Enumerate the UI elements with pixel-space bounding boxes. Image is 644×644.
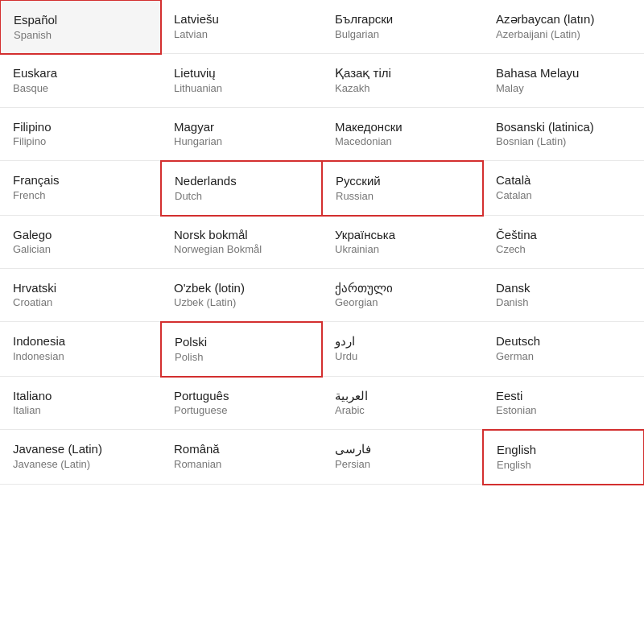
language-item-urdu[interactable]: اردوUrdu [322, 322, 483, 376]
lang-native-name: فارسی [335, 441, 470, 457]
language-item-german[interactable]: DeutschGerman [483, 322, 644, 376]
lang-native-name: Eesti [496, 388, 631, 404]
lang-native-name: Filipino [13, 119, 148, 135]
language-item-lithuanian[interactable]: LietuviųLithuanian [161, 54, 322, 107]
lang-native-name: Bosanski (latinica) [496, 119, 631, 135]
language-item-hungarian[interactable]: MagyarHungarian [161, 108, 322, 161]
lang-native-name: Українська [335, 227, 470, 243]
lang-english-name: Malay [496, 82, 631, 96]
language-item-romanian[interactable]: RomânăRomanian [161, 430, 322, 484]
lang-native-name: Français [13, 172, 148, 188]
lang-native-name: Português [174, 388, 309, 404]
language-item-norwegian-bokm-l[interactable]: Norsk bokmålNorwegian Bokmål [161, 216, 322, 269]
language-item-spanish[interactable]: EspañolSpanish [0, 0, 162, 55]
language-item-kazakh[interactable]: Қазақ тіліKazakh [322, 54, 483, 107]
language-item-czech[interactable]: ČeštinaCzech [483, 216, 644, 269]
language-item-basque[interactable]: EuskaraBasque [0, 54, 161, 107]
lang-native-name: Italiano [13, 388, 148, 404]
lang-native-name: Español [14, 12, 147, 28]
language-item-latvian[interactable]: LatviešuLatvian [161, 0, 322, 54]
lang-english-name: Czech [496, 243, 631, 257]
language-item-malay[interactable]: Bahasa MelayuMalay [483, 54, 644, 107]
lang-native-name: Български [335, 11, 470, 27]
lang-native-name: Română [174, 441, 309, 457]
lang-english-name: Lithuanian [174, 82, 309, 96]
lang-english-name: Norwegian Bokmål [174, 243, 309, 257]
lang-native-name: Русский [336, 173, 469, 189]
lang-native-name: Norsk bokmål [174, 227, 309, 243]
lang-english-name: Croatian [13, 296, 148, 310]
lang-english-name: Italian [13, 404, 148, 418]
language-item-filipino[interactable]: FilipinoFilipino [0, 108, 161, 161]
lang-native-name: Galego [13, 227, 148, 243]
lang-native-name: Javanese (Latin) [13, 441, 148, 457]
language-item-russian[interactable]: РусскийRussian [321, 160, 484, 216]
lang-native-name: Hrvatski [13, 280, 148, 296]
language-item-bulgarian[interactable]: БългарскиBulgarian [322, 0, 483, 54]
lang-english-name: Russian [336, 190, 469, 204]
lang-english-name: Romanian [174, 458, 309, 472]
lang-english-name: Catalan [496, 189, 631, 203]
language-item-estonian[interactable]: EestiEstonian [483, 377, 644, 430]
lang-english-name: Indonesian [13, 350, 148, 364]
lang-english-name: Ukrainian [335, 243, 470, 257]
lang-english-name: Polish [175, 351, 308, 365]
language-item-catalan[interactable]: CatalàCatalan [483, 161, 644, 215]
lang-english-name: Galician [13, 243, 148, 257]
lang-native-name: اردو [335, 333, 470, 349]
lang-english-name: German [496, 350, 631, 364]
lang-native-name: Dansk [496, 280, 631, 296]
lang-native-name: Bahasa Melayu [496, 65, 631, 81]
language-item-croatian[interactable]: HrvatskiCroatian [0, 269, 161, 322]
language-item-french[interactable]: FrançaisFrench [0, 161, 161, 215]
lang-english-name: Portuguese [174, 404, 309, 418]
lang-native-name: Latviešu [174, 11, 309, 27]
lang-native-name: ქართული [335, 280, 470, 296]
lang-native-name: English [497, 442, 630, 458]
lang-english-name: Basque [13, 82, 148, 96]
language-item-javanese--latin-[interactable]: Javanese (Latin)Javanese (Latin) [0, 430, 161, 484]
lang-english-name: Hungarian [174, 135, 309, 149]
language-item-azerbaijani--latin-[interactable]: Azərbaycan (latın)Azerbaijani (Latin) [483, 0, 644, 54]
lang-native-name: Polski [175, 334, 308, 350]
lang-native-name: Magyar [174, 119, 309, 135]
language-item-galician[interactable]: GalegoGalician [0, 216, 161, 269]
lang-english-name: Bulgarian [335, 28, 470, 42]
language-item-georgian[interactable]: ქართულიGeorgian [322, 269, 483, 322]
language-item-danish[interactable]: DanskDanish [483, 269, 644, 322]
language-item-dutch[interactable]: NederlandsDutch [160, 160, 323, 216]
lang-english-name: Filipino [13, 135, 148, 149]
language-item-arabic[interactable]: العربيةArabic [322, 377, 483, 430]
lang-native-name: Azərbaycan (latın) [496, 11, 631, 27]
lang-english-name: Georgian [335, 296, 470, 310]
lang-english-name: Urdu [335, 350, 470, 364]
language-item-indonesian[interactable]: IndonesiaIndonesian [0, 322, 161, 376]
lang-english-name: Danish [496, 296, 631, 310]
language-item-macedonian[interactable]: МакедонскиMacedonian [322, 108, 483, 161]
language-item-bosnian--latin-[interactable]: Bosanski (latinica)Bosnian (Latin) [483, 108, 644, 161]
lang-english-name: Uzbek (Latin) [174, 296, 309, 310]
lang-english-name: Azerbaijani (Latin) [496, 28, 631, 42]
lang-english-name: Bosnian (Latin) [496, 135, 631, 149]
lang-native-name: O'zbek (lotin) [174, 280, 309, 296]
lang-english-name: Latvian [174, 28, 309, 42]
lang-native-name: Čeština [496, 227, 631, 243]
lang-english-name: Spanish [14, 29, 147, 43]
lang-english-name: English [497, 459, 630, 473]
lang-native-name: العربية [335, 388, 470, 404]
language-item-persian[interactable]: فارسیPersian [322, 430, 483, 484]
lang-native-name: Euskara [13, 65, 148, 81]
language-item-uzbek--latin-[interactable]: O'zbek (lotin)Uzbek (Latin) [161, 269, 322, 322]
language-item-ukrainian[interactable]: УкраїнськаUkrainian [322, 216, 483, 269]
language-item-english[interactable]: EnglishEnglish [482, 429, 644, 485]
lang-native-name: Македонски [335, 119, 470, 135]
lang-native-name: Català [496, 172, 631, 188]
lang-english-name: Estonian [496, 404, 631, 418]
lang-english-name: Persian [335, 458, 470, 472]
language-item-portuguese[interactable]: PortuguêsPortuguese [161, 377, 322, 430]
lang-english-name: Javanese (Latin) [13, 458, 148, 472]
language-item-italian[interactable]: ItalianoItalian [0, 377, 161, 430]
language-item-polish[interactable]: PolskiPolish [160, 321, 323, 377]
lang-native-name: Lietuvių [174, 65, 309, 81]
lang-english-name: Kazakh [335, 82, 470, 96]
